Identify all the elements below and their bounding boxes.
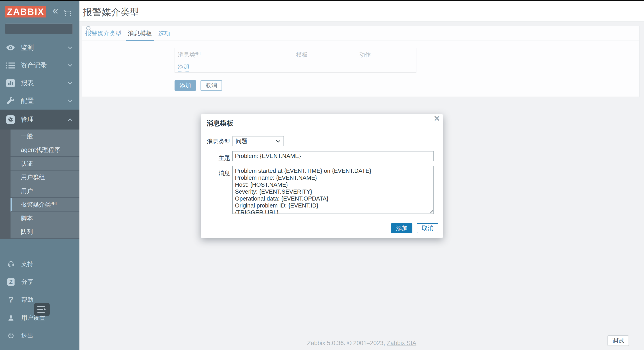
- column-header-template: 模板: [296, 51, 359, 59]
- sidebar-item-reports[interactable]: 报表: [0, 74, 80, 92]
- form-add-button[interactable]: 添加: [174, 80, 196, 91]
- message-type-select[interactable]: 问题: [232, 136, 284, 146]
- tab-message-templates[interactable]: 消息模板: [125, 26, 155, 41]
- submenu-item-authentication[interactable]: 认证: [10, 157, 80, 170]
- submenu-label: 用户: [21, 187, 33, 195]
- message-templates-table: 消息类型 模板 动作 添加: [174, 48, 416, 73]
- chevron-down-icon: [68, 99, 72, 102]
- add-template-link[interactable]: 添加: [178, 63, 189, 72]
- headset-icon: [8, 261, 14, 267]
- media-type-form-card: 报警媒介类型 消息模板 选项 消息类型 模板 动作 添加 添加 取消: [82, 26, 640, 97]
- window-top-edge: [0, 0, 644, 1]
- chevron-down-icon: [68, 46, 72, 49]
- message-label: 消息: [206, 169, 230, 177]
- share-icon: Z: [8, 278, 14, 286]
- zabbix-logo[interactable]: ZABBIX: [5, 6, 46, 18]
- submenu-label: 队列: [21, 228, 33, 236]
- sidebar-search: [5, 24, 73, 34]
- submenu-label: 用户群组: [21, 173, 45, 181]
- submenu-item-user-groups[interactable]: 用户群组: [10, 170, 80, 184]
- sidebar-item-sign-out[interactable]: 退出: [0, 327, 80, 345]
- sidebar-item-label: 支持: [21, 260, 33, 268]
- debug-button[interactable]: 调试: [608, 335, 629, 346]
- tab-options[interactable]: 选项: [155, 26, 174, 41]
- page-title: 报警媒介类型: [80, 1, 644, 18]
- form-cancel-button[interactable]: 取消: [200, 80, 222, 91]
- chevron-down-icon: [68, 82, 72, 85]
- sidebar-item-label: 报表: [21, 79, 34, 88]
- wrench-icon: [6, 97, 16, 105]
- close-icon[interactable]: ×: [434, 113, 440, 123]
- submenu-label: 一般: [21, 132, 33, 140]
- sidebar-item-configuration[interactable]: 配置: [0, 92, 80, 110]
- user-icon: [8, 315, 14, 321]
- sidebar-item-label: 监测: [21, 43, 34, 52]
- sidebar-item-label: 配置: [21, 96, 34, 105]
- submenu-label: 报警媒介类型: [21, 201, 57, 209]
- dialog-add-button[interactable]: 添加: [391, 223, 412, 233]
- page-header: 报警媒介类型: [80, 1, 644, 22]
- dialog-cancel-button[interactable]: 取消: [417, 223, 438, 233]
- sidebar-item-label: 分享: [21, 278, 33, 286]
- message-template-dialog: 消息模板 × 消息类型 问题 主题 消息 Problem started at …: [201, 114, 443, 238]
- sidebar-item-monitoring[interactable]: 监测: [0, 39, 80, 57]
- submenu-item-general[interactable]: 一般: [10, 129, 80, 143]
- sidebar-item-label: 资产记录: [21, 61, 47, 70]
- collapse-sidebar-icon[interactable]: «: [52, 5, 58, 16]
- form-tabs: 报警媒介类型 消息模板 选项: [82, 26, 639, 41]
- footer-version-text: Zabbix 5.0.36. © 2001–2023,: [307, 340, 387, 346]
- submenu-item-proxies[interactable]: agent代理程序: [10, 143, 80, 157]
- search-icon[interactable]: [86, 26, 92, 32]
- sidebar-item-label: 帮助: [21, 296, 33, 304]
- sidebar-item-inventory[interactable]: 资产记录: [0, 57, 80, 74]
- subject-input[interactable]: [232, 151, 434, 161]
- textarea-resize-handle[interactable]: [430, 210, 433, 213]
- bar-chart-icon: [6, 79, 16, 87]
- message-textarea[interactable]: Problem started at {EVENT.TIME} on {EVEN…: [232, 166, 434, 214]
- sidebar: ZABBIX « 监测: [0, 1, 80, 350]
- submenu-item-queue[interactable]: 队列: [10, 225, 80, 239]
- submenu-label: 认证: [21, 159, 33, 167]
- sidebar-item-label: 退出: [21, 332, 33, 340]
- sidebar-item-administration[interactable]: 管理: [0, 110, 80, 129]
- sidebar-item-support[interactable]: 支持: [0, 255, 80, 273]
- chevron-down-icon: [276, 140, 281, 143]
- gear-icon: [6, 115, 16, 124]
- form-footer-buttons: 添加 取消: [174, 80, 222, 91]
- subject-label: 主题: [206, 154, 230, 162]
- chevron-up-icon: [68, 118, 72, 121]
- app-footer: Zabbix 5.0.36. © 2001–2023, Zabbix SIA: [80, 340, 644, 347]
- menu-arrow-icon: [37, 305, 47, 314]
- eye-icon: [6, 45, 16, 51]
- expand-sidebar-icon[interactable]: [64, 10, 71, 16]
- dialog-title: 消息模板: [206, 119, 234, 128]
- submenu-item-scripts[interactable]: 脚本: [10, 212, 80, 225]
- column-header-message-type: 消息类型: [178, 51, 296, 59]
- search-input[interactable]: [5, 24, 86, 34]
- select-value: 问题: [236, 137, 276, 145]
- submenu-item-users[interactable]: 用户: [10, 184, 80, 198]
- arrow-up-left-icon: [64, 10, 67, 13]
- sidebar-mode-toggle-button[interactable]: [34, 303, 50, 316]
- list-icon: [6, 62, 16, 69]
- question-icon: ?: [8, 295, 14, 304]
- sidebar-item-label: 管理: [21, 115, 34, 124]
- power-icon: [8, 332, 14, 339]
- submenu-label: 脚本: [21, 214, 33, 222]
- chevron-down-icon: [68, 64, 72, 67]
- sidebar-nav: 监测 资产记录: [0, 39, 80, 239]
- sidebar-bottom-nav: 支持 Z 分享 ? 帮助 用户设置: [0, 255, 80, 345]
- footer-zabbix-sia-link[interactable]: Zabbix SIA: [387, 340, 416, 346]
- column-header-actions: 动作: [359, 51, 371, 59]
- message-type-label: 消息类型: [206, 138, 230, 145]
- dialog-footer-buttons: 添加 取消: [391, 223, 438, 233]
- table-add-row: 添加: [178, 63, 413, 72]
- sidebar-item-share[interactable]: Z 分享: [0, 273, 80, 291]
- sidebar-admin-section: 管理 一般 agent代理程序 认证 用户群组 用户 报警媒介类型 脚本 队列: [0, 110, 80, 239]
- submenu-label: agent代理程序: [21, 146, 60, 154]
- table-header-row: 消息类型 模板 动作: [178, 51, 413, 59]
- submenu-item-media-types[interactable]: 报警媒介类型: [10, 198, 80, 212]
- admin-submenu: 一般 agent代理程序 认证 用户群组 用户 报警媒介类型 脚本 队列: [0, 129, 80, 239]
